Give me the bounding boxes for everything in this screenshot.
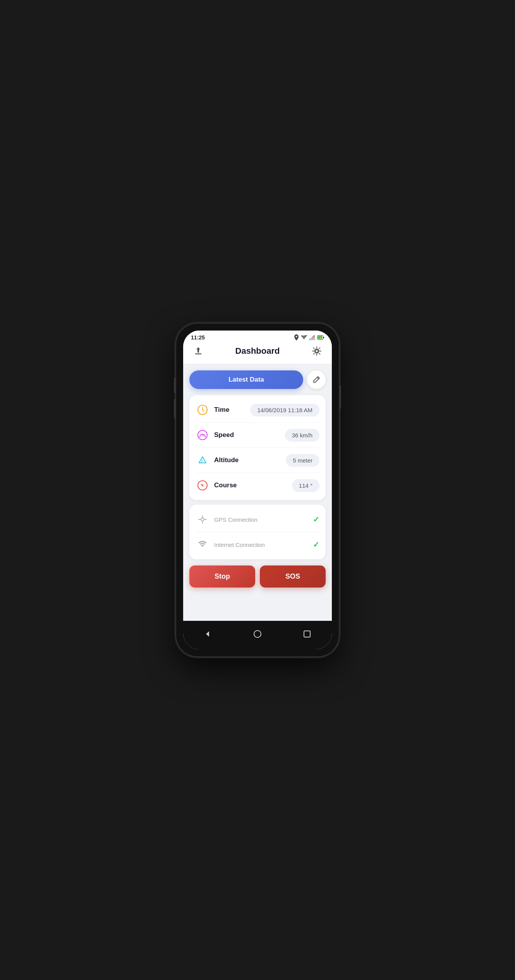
gps-connection-icon xyxy=(196,512,209,526)
location-status-icon xyxy=(294,334,299,341)
course-value: 114 ° xyxy=(292,479,319,492)
course-row: Course 114 ° xyxy=(196,473,319,498)
internet-connection-row: Internet Connection ✓ xyxy=(196,532,319,557)
course-label: Course xyxy=(214,481,292,489)
internet-check-icon: ✓ xyxy=(313,540,319,549)
time-row: Time 14/06/2019 11:18 AM xyxy=(196,397,319,423)
connection-card: GPS Connection ✓ Internet Connection ✓ xyxy=(189,505,326,559)
time-icon xyxy=(196,403,209,417)
svg-rect-9 xyxy=(195,353,201,355)
svg-rect-7 xyxy=(323,337,324,338)
tab-bar: Latest Data xyxy=(189,370,326,389)
time-label: Time xyxy=(214,406,250,414)
svg-line-17 xyxy=(201,460,203,463)
app-header: Dashboard xyxy=(183,341,332,364)
svg-rect-1 xyxy=(311,338,312,340)
bottom-nav xyxy=(183,621,332,649)
power-button xyxy=(340,385,341,409)
speed-row: Speed 36 km/h xyxy=(196,423,319,448)
svg-rect-28 xyxy=(304,631,310,637)
altitude-icon xyxy=(196,453,209,467)
latest-data-tab[interactable]: Latest Data xyxy=(189,370,303,389)
svg-rect-0 xyxy=(309,339,310,340)
svg-marker-26 xyxy=(206,631,209,637)
sos-button[interactable]: SOS xyxy=(260,565,326,588)
altitude-row: Altitude 5 meter xyxy=(196,448,319,473)
phone-screen: 11:25 xyxy=(183,331,332,649)
speed-icon xyxy=(196,428,209,442)
upload-button[interactable] xyxy=(191,344,206,358)
main-content: Latest Data xyxy=(183,364,332,621)
gps-check-icon: ✓ xyxy=(313,515,319,524)
signal-status-icon xyxy=(309,335,315,340)
course-icon xyxy=(196,478,209,492)
wifi-status-icon xyxy=(301,335,307,340)
status-bar: 11:25 xyxy=(183,331,332,341)
svg-point-27 xyxy=(254,630,261,637)
action-buttons: Stop SOS xyxy=(189,565,326,588)
internet-connection-icon xyxy=(196,538,209,552)
svg-point-21 xyxy=(201,518,204,521)
gps-connection-row: GPS Connection ✓ xyxy=(196,507,319,532)
status-icons: ⚡ xyxy=(294,334,324,341)
recent-nav-button[interactable] xyxy=(299,626,315,642)
battery-status-icon: ⚡ xyxy=(317,335,324,340)
svg-point-10 xyxy=(315,350,318,353)
svg-text:⚡: ⚡ xyxy=(319,336,322,340)
status-time: 11:25 xyxy=(191,334,205,341)
speed-label: Speed xyxy=(214,431,285,439)
altitude-label: Altitude xyxy=(214,456,286,464)
vol-up-button xyxy=(174,378,175,393)
data-card: Time 14/06/2019 11:18 AM Speed 36 km/h xyxy=(189,395,326,500)
home-nav-button[interactable] xyxy=(250,626,265,642)
vol-down-button xyxy=(174,399,175,418)
edit-tab-button[interactable] xyxy=(307,370,326,389)
phone-frame: 11:25 xyxy=(176,324,339,656)
page-title: Dashboard xyxy=(235,346,280,356)
back-nav-button[interactable] xyxy=(200,626,216,642)
internet-connection-label: Internet Connection xyxy=(214,541,313,548)
altitude-value: 5 meter xyxy=(286,454,319,467)
stop-button[interactable]: Stop xyxy=(189,565,255,588)
time-value: 14/06/2019 11:18 AM xyxy=(250,404,319,416)
settings-button[interactable] xyxy=(309,344,324,358)
speed-value: 36 km/h xyxy=(285,429,319,442)
gps-connection-label: GPS Connection xyxy=(214,516,313,523)
